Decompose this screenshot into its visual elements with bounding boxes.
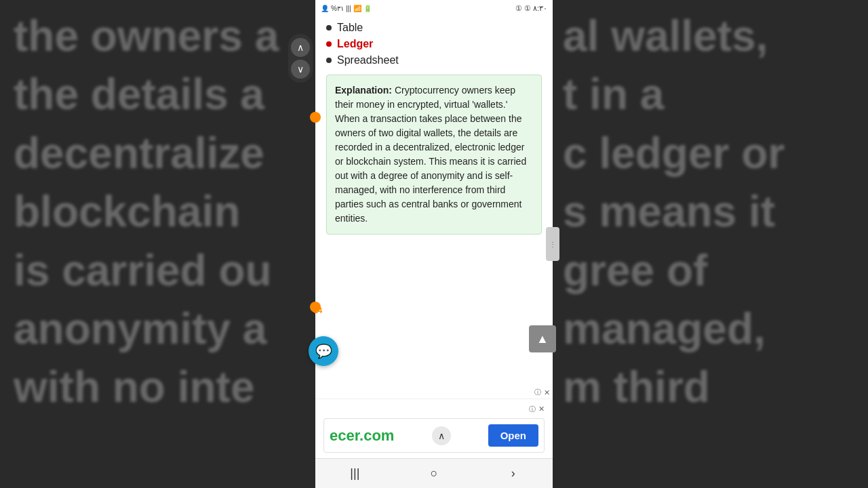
choice-ledger[interactable]: Ledger: [326, 38, 542, 50]
bullet-table: [326, 25, 332, 30]
explanation-text: Cryptocurrency owners keep their money i…: [335, 85, 526, 224]
scroll-controls: ∧ ∨: [288, 34, 313, 83]
chevron-up-icon: ∧: [438, 430, 445, 441]
sim-icon: ①: [515, 4, 522, 13]
menu-icon: |||: [350, 466, 359, 481]
scroll-down-icon: ∨: [297, 64, 304, 75]
ad-content: ecer.com ∧ Open: [323, 418, 545, 453]
background-left: the owners athe details adecentralizeblo…: [0, 0, 319, 488]
choice-spreadsheet-label: Spreadsheet: [337, 54, 399, 66]
nav-forward-button[interactable]: ›: [500, 464, 527, 484]
content-area: Table Ledger Spreadsheet Explanation: Cr…: [315, 16, 553, 386]
bullet-ledger: [326, 41, 332, 47]
ad-close-button[interactable]: ✕: [538, 405, 545, 414]
choice-table[interactable]: Table: [326, 22, 542, 34]
phone-container: 👤 %٣١ ||| 📶 🔋 ① ① ٨:٣٠ ∧ ∨ 24 💬 ▲ ⋮: [315, 0, 553, 488]
background-right: al wallets,t in ac ledger ors means itgr…: [549, 0, 868, 488]
multiple-choice-list: Table Ledger Spreadsheet: [326, 22, 542, 66]
status-left-icons: 👤 %٣١ ||| 📶 🔋: [321, 5, 372, 12]
choice-table-label: Table: [337, 22, 363, 34]
wifi-icon: 📶: [353, 5, 361, 12]
ad-info-icon-2[interactable]: ⓘ: [529, 405, 536, 414]
signal-bars-icon: |||: [346, 5, 351, 12]
ad-section: ⓘ ✕ ecer.com ∧ Open: [315, 399, 553, 458]
ad-close-top-button[interactable]: ✕: [544, 388, 550, 397]
nav-home-button[interactable]: ○: [420, 464, 448, 484]
bg-left-text: the owners athe details adecentralizeblo…: [0, 0, 319, 424]
scroll-up-button[interactable]: ∧: [291, 38, 310, 57]
scroll-down-button[interactable]: ∨: [291, 60, 310, 79]
user-icon: 👤: [321, 5, 329, 12]
status-bar: 👤 %٣١ ||| 📶 🔋 ① ① ٨:٣٠: [315, 0, 553, 16]
ad-logo: ecer.com: [330, 427, 394, 445]
explanation-label: Explanation:: [335, 85, 392, 96]
bullet-spreadsheet: [326, 58, 332, 63]
signal-percent: %٣١: [331, 5, 344, 12]
bg-right-text: al wallets,t in ac ledger ors means itgr…: [549, 0, 868, 424]
battery-icon: 🔋: [363, 5, 372, 12]
choice-ledger-label: Ledger: [337, 38, 373, 50]
home-icon: ○: [431, 466, 438, 481]
status-right-icons: ① ① ٨:٣٠: [515, 4, 547, 13]
nav-menu-button[interactable]: |||: [341, 464, 368, 484]
forward-icon: ›: [511, 466, 515, 481]
scroll-up-icon: ∧: [297, 42, 304, 53]
nav-bar: ||| ○ ›: [315, 458, 553, 488]
choice-spreadsheet[interactable]: Spreadsheet: [326, 54, 542, 66]
top-ad-close-bar: ⓘ ✕: [315, 386, 553, 399]
ad-open-button[interactable]: Open: [488, 424, 538, 447]
ad-info-icon[interactable]: ⓘ: [534, 388, 541, 397]
explanation-box: Explanation: Cryptocurrency owners keep …: [326, 75, 542, 235]
clock: ① ٨:٣٠: [524, 4, 547, 13]
ad-close-bar: ⓘ ✕: [323, 405, 545, 414]
ad-chevron-button[interactable]: ∧: [432, 426, 451, 445]
